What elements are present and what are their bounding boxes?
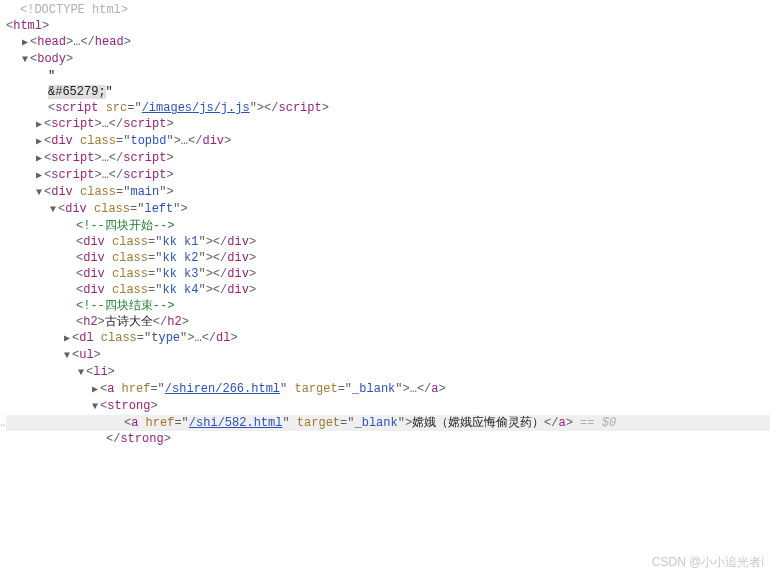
dl-line[interactable]: ▶<dl class="type">…</dl> (6, 330, 770, 347)
h2-line[interactable]: <h2>古诗大全</h2> (6, 314, 770, 330)
li-open[interactable]: ▼<li> (6, 364, 770, 381)
div-kk2[interactable]: <div class="kk k2"></div> (6, 250, 770, 266)
toggle-icon[interactable]: ▶ (34, 151, 44, 167)
toggle-icon[interactable]: ▼ (90, 399, 100, 415)
script-collapsed-3[interactable]: ▶<script>…</script> (6, 167, 770, 184)
toggle-icon[interactable]: ▶ (34, 168, 44, 184)
toggle-icon[interactable]: ▶ (90, 382, 100, 398)
div-kk3[interactable]: <div class="kk k3"></div> (6, 266, 770, 282)
toggle-icon[interactable]: ▼ (34, 185, 44, 201)
overflow-icon[interactable]: … (0, 415, 3, 431)
comment-end: <!--四块结束--> (6, 298, 770, 314)
toggle-icon[interactable]: ▼ (76, 365, 86, 381)
comment-start: <!--四块开始--> (6, 218, 770, 234)
watermark: CSDN @小小追光者i (652, 554, 764, 570)
text-quote: " (6, 68, 770, 84)
div-topbd[interactable]: ▶<div class="topbd">…</div> (6, 133, 770, 150)
div-kk1[interactable]: <div class="kk k1"></div> (6, 234, 770, 250)
selected-a-line[interactable]: …<a href="/shi/582.html" target="_blank"… (6, 415, 770, 431)
div-main-open[interactable]: ▼<div class="main"> (6, 184, 770, 201)
html-open[interactable]: <html> (6, 18, 770, 34)
ul-open[interactable]: ▼<ul> (6, 347, 770, 364)
toggle-icon[interactable]: ▼ (48, 202, 58, 218)
doctype-line[interactable]: <!DOCTYPE html> (6, 2, 770, 18)
script-collapsed-2[interactable]: ▶<script>…</script> (6, 150, 770, 167)
entity-line[interactable]: &#65279;" (6, 84, 770, 100)
body-open[interactable]: ▼<body> (6, 51, 770, 68)
script-collapsed-1[interactable]: ▶<script>…</script> (6, 116, 770, 133)
strong-close[interactable]: </strong> (6, 431, 770, 447)
a-collapsed[interactable]: ▶<a href="/shiren/266.html" target="_bla… (6, 381, 770, 398)
toggle-icon[interactable]: ▶ (62, 331, 72, 347)
toggle-icon[interactable]: ▶ (20, 35, 30, 51)
toggle-icon[interactable]: ▶ (34, 134, 44, 150)
toggle-icon[interactable]: ▼ (20, 52, 30, 68)
strong-open[interactable]: ▼<strong> (6, 398, 770, 415)
toggle-icon[interactable]: ▶ (34, 117, 44, 133)
div-kk4[interactable]: <div class="kk k4"></div> (6, 282, 770, 298)
head-line[interactable]: ▶<head>…</head> (6, 34, 770, 51)
script-src-line[interactable]: <script src="/images/js/j.js"></script> (6, 100, 770, 116)
toggle-icon[interactable]: ▼ (62, 348, 72, 364)
div-left-open[interactable]: ▼<div class="left"> (6, 201, 770, 218)
